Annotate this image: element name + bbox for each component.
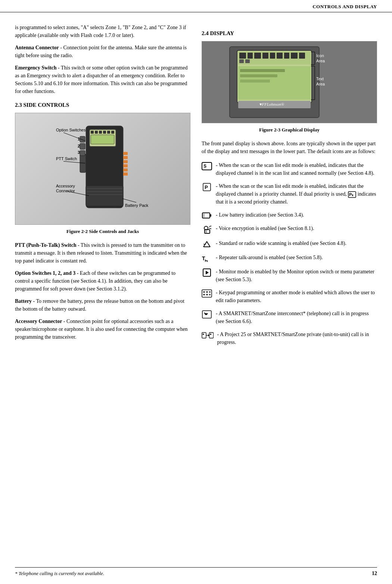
svg-rect-5	[103, 131, 106, 134]
svg-rect-96	[202, 333, 206, 338]
svg-rect-52	[240, 74, 277, 77]
icon-item-keypad: - Keypad programming or another mode is …	[202, 289, 377, 304]
svg-text:P: P	[205, 184, 208, 190]
intro-text: is programmed to select zones, "A" selec…	[15, 24, 190, 39]
svg-text:Connector: Connector	[56, 189, 75, 193]
svg-rect-21	[123, 173, 128, 175]
svg-rect-49	[245, 59, 250, 63]
svg-rect-73	[210, 214, 211, 217]
figure-2-3-caption: Figure 2-3 Graphical Display	[202, 125, 377, 134]
svg-text:3: 3	[78, 150, 80, 155]
battery-icon	[202, 212, 212, 219]
svg-rect-47	[299, 53, 305, 59]
svg-text:1: 1	[78, 137, 80, 141]
p25-text: - A Project 25 or SMARTNET/SmartZone pri…	[217, 330, 377, 346]
emergency-para: Emergency Switch - This switch or some o…	[15, 64, 190, 95]
svg-rect-42	[262, 53, 268, 59]
svg-rect-45	[284, 53, 289, 59]
svg-rect-93	[206, 294, 208, 295]
keypad-icon	[202, 289, 212, 298]
svg-rect-7	[111, 131, 114, 134]
svg-text:Area: Area	[316, 59, 325, 63]
svg-rect-46	[291, 53, 298, 59]
svg-rect-20	[123, 168, 128, 171]
svg-rect-91	[209, 291, 211, 293]
side-controls-diagram: 1 2 3 Option S	[56, 118, 149, 219]
svg-text:PTT Switch: PTT Switch	[56, 156, 77, 161]
svg-rect-17	[123, 156, 128, 159]
footer-note: * Telephone calling is currently not ava…	[15, 571, 104, 577]
icon-item-scan: S - When the scan or the scan list edit …	[202, 161, 377, 177]
svg-rect-101	[210, 333, 211, 335]
svg-rect-92	[203, 294, 205, 295]
icon-item-scan-wide: - Standard or radio wide scanning is ena…	[202, 239, 377, 248]
svg-text:Option Switches: Option Switches	[56, 128, 86, 132]
icon-item-battery: - Low battery indication (see Section 3.…	[202, 211, 377, 219]
ptt-heading: PTT (Push-To-Talk) Switch	[15, 242, 76, 248]
scan-wide-icon	[202, 240, 212, 248]
monitor-icon	[202, 268, 212, 277]
svg-text:Icon: Icon	[316, 53, 324, 58]
display-diagram: ♥FFLohnson® Icon Area Text Area	[226, 43, 353, 121]
icon-item-monitor: - Monitor mode is enabled by the Monitor…	[202, 268, 377, 283]
svg-line-78	[209, 226, 211, 227]
svg-rect-100	[209, 333, 213, 338]
repeater-text: - Repeater talk-around is enabled (see S…	[216, 254, 323, 261]
svg-text:P₂: P₂	[349, 192, 354, 197]
svg-rect-43	[270, 53, 275, 59]
svg-rect-4	[99, 131, 102, 134]
svg-rect-97	[203, 333, 204, 335]
phone-text: - A SMARTNET/SmartZone interconnect* (te…	[216, 310, 377, 325]
figure-2-3-box: ♥FFLohnson® Icon Area Text Area	[202, 41, 377, 123]
accessory-heading: Accessory Connector	[15, 319, 62, 324]
svg-rect-39	[239, 53, 246, 59]
svg-rect-8	[91, 135, 114, 144]
emergency-heading: Emergency Switch	[15, 65, 57, 71]
svg-text:Text: Text	[316, 77, 324, 81]
phone-icon	[202, 310, 212, 319]
svg-rect-53	[240, 80, 270, 83]
option-para: Option Switches 1, 2, and 3 - Each of th…	[15, 269, 190, 293]
icon-item-phone: - A SMARTNET/SmartZone interconnect* (te…	[202, 310, 377, 325]
battery-para: Battery - To remove the battery, press t…	[15, 297, 190, 313]
svg-text:♥FFLohnson®: ♥FFLohnson®	[259, 102, 284, 106]
page-footer: * Telephone calling is currently not ava…	[15, 567, 377, 577]
svg-marker-87	[206, 271, 209, 274]
repeater-icon: T ₄	[202, 254, 212, 263]
icon-item-p25: - A Project 25 or SMARTNET/SmartZone pri…	[202, 330, 377, 346]
icon-item-repeater: T ₄ - Repeater talk-around is enabled (s…	[202, 254, 377, 263]
svg-rect-3	[95, 131, 98, 134]
svg-rect-12	[80, 150, 85, 156]
svg-rect-89	[203, 291, 205, 293]
svg-rect-41	[254, 53, 261, 59]
svg-text:2: 2	[78, 144, 80, 148]
encryption-text: - Voice encryption is enabled (see Secti…	[216, 224, 314, 232]
svg-rect-94	[209, 294, 211, 295]
svg-rect-2	[91, 131, 94, 134]
keypad-text: - Keypad programming or another mode is …	[216, 289, 377, 304]
svg-line-79	[209, 228, 211, 229]
scan-wide-text: - Standard or radio wide scanning is ena…	[216, 239, 346, 247]
svg-rect-51	[240, 69, 285, 72]
svg-text:Battery Pack: Battery Pack	[125, 203, 149, 208]
svg-rect-90	[206, 291, 208, 293]
icon-item-priority: P - When the scan or the scan list edit …	[202, 182, 377, 206]
svg-rect-48	[239, 59, 244, 63]
figure-2-2-caption: Figure 2-2 Side Controls and Jacks	[15, 227, 190, 236]
left-column: is programmed to select zones, "A" selec…	[15, 24, 190, 351]
antenna-heading: Antenna Connector	[15, 45, 59, 50]
encryption-icon	[202, 225, 212, 234]
svg-rect-40	[248, 53, 253, 59]
svg-text:Accessory: Accessory	[56, 184, 75, 188]
scan-icon: S	[202, 162, 212, 170]
svg-rect-74	[203, 214, 205, 217]
priority-text: - When the scan or the scan list edit mo…	[216, 182, 377, 206]
battery-heading: Battery	[15, 298, 32, 304]
svg-rect-18	[123, 160, 128, 163]
scan-text: - When the scan or the scan list edit mo…	[216, 161, 377, 177]
battery-text: - To remove the battery, press the relea…	[15, 298, 184, 312]
page-number: 12	[372, 571, 377, 577]
accessory-para: Accessory Connector - Connection point f…	[15, 317, 190, 341]
p25-icon	[202, 331, 214, 339]
svg-text:T: T	[202, 255, 205, 261]
